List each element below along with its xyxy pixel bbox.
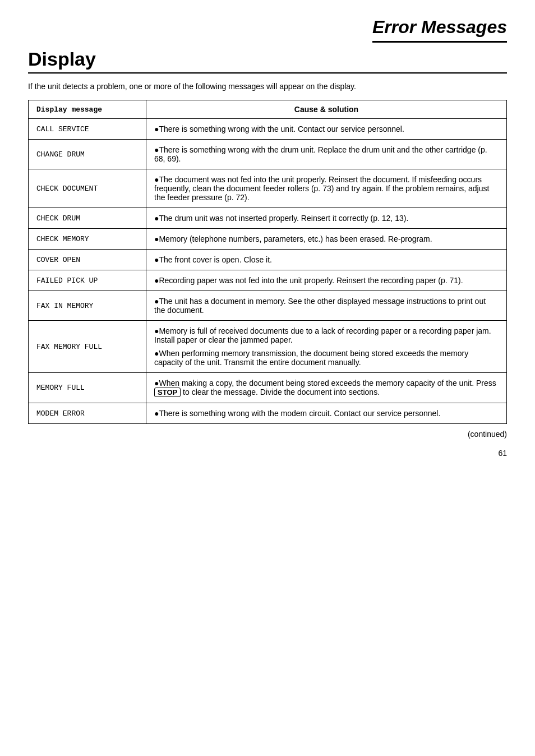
table-row: MEMORY FULL●When making a copy, the docu…: [29, 373, 507, 403]
page-title: Error Messages: [372, 17, 507, 43]
cause-text: ●There is something wrong with the unit.…: [154, 125, 499, 133]
col-display-header: Display message: [29, 100, 146, 119]
display-message-cell: FAILED PICK UP: [29, 270, 146, 291]
section-title: Display: [28, 48, 507, 74]
cause-text: ●Recording paper was not fed into the un…: [154, 276, 499, 285]
col-cause-header: Cause & solution: [146, 100, 507, 119]
error-messages-table: Display message Cause & solution CALL SE…: [28, 100, 507, 424]
cause-text: ●The drum unit was not inserted properly…: [154, 214, 499, 223]
display-message-cell: CALL SERVICE: [29, 119, 146, 140]
page-header: Error Messages: [28, 17, 507, 43]
cause-solution-cell: ●The drum unit was not inserted properly…: [146, 208, 507, 229]
table-row: FAX MEMORY FULL●Memory is full of receiv…: [29, 321, 507, 373]
cause-solution-cell: ●There is something wrong with the drum …: [146, 140, 507, 169]
cause-text: ●Memory is full of received documents du…: [154, 326, 499, 344]
cause-text: ●When performing memory transmission, th…: [154, 349, 499, 367]
cause-text: ●The unit has a document in memory. See …: [154, 297, 499, 315]
display-message-cell: CHECK DOCUMENT: [29, 169, 146, 208]
cause-text: ●The front cover is open. Close it.: [154, 255, 499, 264]
stop-button-label: STOP: [154, 388, 181, 397]
table-row: CHANGE DRUM●There is something wrong wit…: [29, 140, 507, 169]
display-message-cell: MEMORY FULL: [29, 373, 146, 403]
table-row: CHECK DOCUMENT●The document was not fed …: [29, 169, 507, 208]
display-message-cell: MODEM ERROR: [29, 403, 146, 424]
cause-solution-cell: ●There is something wrong with the unit.…: [146, 119, 507, 140]
cause-solution-cell: ●Memory (telephone numbers, parameters, …: [146, 229, 507, 250]
cause-solution-cell: ●Memory is full of received documents du…: [146, 321, 507, 373]
table-row: COVER OPEN●The front cover is open. Clos…: [29, 250, 507, 270]
cause-solution-cell: ●Recording paper was not fed into the un…: [146, 270, 507, 291]
cause-solution-cell: ●The front cover is open. Close it.: [146, 250, 507, 270]
page-number: 61: [28, 449, 507, 458]
cause-text: ●When making a copy, the document being …: [154, 379, 499, 397]
cause-text: ●The document was not fed into the unit …: [154, 175, 499, 202]
cause-text: ●There is something wrong with the modem…: [154, 409, 499, 418]
table-row: FAX IN MEMORY●The unit has a document in…: [29, 291, 507, 321]
table-row: MODEM ERROR●There is something wrong wit…: [29, 403, 507, 424]
table-row: FAILED PICK UP●Recording paper was not f…: [29, 270, 507, 291]
display-message-cell: CHECK MEMORY: [29, 229, 146, 250]
page: Error Messages Display If the unit detec…: [0, 0, 535, 756]
intro-text: If the unit detects a problem, one or mo…: [28, 82, 507, 91]
cause-solution-cell: ●The document was not fed into the unit …: [146, 169, 507, 208]
table-header-row: Display message Cause & solution: [29, 100, 507, 119]
display-message-cell: CHANGE DRUM: [29, 140, 146, 169]
cause-text: ●There is something wrong with the drum …: [154, 145, 499, 163]
cause-solution-cell: ●The unit has a document in memory. See …: [146, 291, 507, 321]
display-message-cell: FAX MEMORY FULL: [29, 321, 146, 373]
cause-solution-cell: ●There is something wrong with the modem…: [146, 403, 507, 424]
table-row: CHECK DRUM●The drum unit was not inserte…: [29, 208, 507, 229]
continued-text: (continued): [28, 430, 507, 439]
display-message-cell: COVER OPEN: [29, 250, 146, 270]
display-message-cell: CHECK DRUM: [29, 208, 146, 229]
cause-text: ●Memory (telephone numbers, parameters, …: [154, 234, 499, 243]
table-row: CHECK MEMORY●Memory (telephone numbers, …: [29, 229, 507, 250]
table-row: CALL SERVICE●There is something wrong wi…: [29, 119, 507, 140]
cause-solution-cell: ●When making a copy, the document being …: [146, 373, 507, 403]
display-message-cell: FAX IN MEMORY: [29, 291, 146, 321]
